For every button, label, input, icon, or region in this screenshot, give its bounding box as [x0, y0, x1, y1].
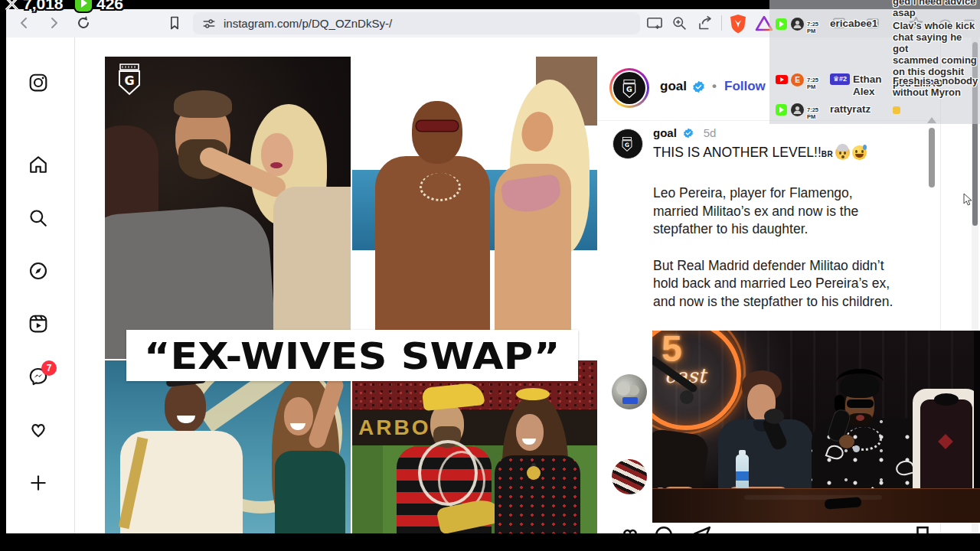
- caption-username[interactable]: goal: [653, 126, 677, 139]
- photo-top-right: [352, 57, 597, 359]
- address-bar[interactable]: instagram.com/p/DQ_OZnDkSy-/: [193, 12, 640, 34]
- share-post-icon[interactable]: [692, 525, 712, 533]
- zoom-icon[interactable]: [671, 15, 688, 31]
- caption-meta: goal 5d: [653, 126, 929, 145]
- home-icon[interactable]: [28, 155, 48, 174]
- youtube-platform-icon: [776, 75, 788, 84]
- chat-emote: [893, 106, 900, 114]
- photo-bottom-right: ARBO: [352, 360, 597, 533]
- chat-username: rattyratz: [830, 103, 871, 115]
- chat-avatar: [791, 103, 804, 116]
- caption-paragraph-1: Leo Pereira, player for Flamengo, marrie…: [653, 184, 929, 239]
- bookmark-icon[interactable]: [167, 15, 182, 31]
- back-button[interactable]: [17, 15, 32, 31]
- cast-icon[interactable]: [646, 16, 663, 31]
- photo-top-left: G: [105, 57, 351, 359]
- notifications-icon[interactable]: [28, 419, 48, 439]
- comment-icon[interactable]: [654, 525, 674, 533]
- brave-shield-icon[interactable]: [729, 14, 747, 34]
- decor-guestB-headphone-band: [836, 369, 884, 396]
- like-icon[interactable]: [620, 525, 640, 533]
- decor-man-hair: [174, 90, 232, 118]
- post-media[interactable]: G: [105, 57, 597, 533]
- chat-username: Ethan Alex: [853, 73, 890, 98]
- chat-rank-badge: ♛#2: [830, 73, 850, 85]
- caption-title-text: THIS IS ANOTHER LEVEL!!: [653, 145, 822, 160]
- chat-avatar: [791, 18, 804, 31]
- messages-badge: 7: [41, 360, 57, 376]
- comment-avatar-1[interactable]: [612, 374, 647, 409]
- search-icon[interactable]: [28, 208, 48, 228]
- toolbar-separator: [721, 15, 722, 31]
- caption-verified-icon: [683, 128, 694, 139]
- chat-avatar-e: E: [791, 73, 804, 86]
- header-separator: •: [712, 79, 717, 94]
- decor-guestB-hand: [839, 435, 854, 448]
- decor-woman-face: [261, 133, 293, 176]
- kick-logo-icon: [75, 0, 92, 11]
- save-icon[interactable]: [913, 525, 933, 533]
- decor-guestA-mic-top: [764, 409, 784, 424]
- svg-text:G: G: [625, 142, 629, 148]
- chat-time: 7:25 PM: [807, 21, 818, 34]
- follow-button[interactable]: Follow: [724, 79, 766, 94]
- decor-woman3-dress: [275, 451, 345, 533]
- decor-man2-glasses: [416, 121, 458, 131]
- site-settings-icon[interactable]: [202, 17, 216, 31]
- decor-host-mic: [680, 390, 694, 404]
- mouse-cursor: [963, 193, 974, 207]
- caption-title: THIS IS ANOTHER LEVEL!!BR: [653, 145, 929, 168]
- create-icon[interactable]: [28, 473, 48, 493]
- kick-viewer-count: 426: [96, 0, 123, 13]
- chat-message-2: Fresh is a nobody without Myron: [893, 75, 978, 98]
- caption-body: goal 5d THIS IS ANOTHER LEVEL!!BR Leo Pe…: [653, 126, 929, 311]
- decor-table: [652, 488, 980, 523]
- instagram-logo-icon[interactable]: [28, 73, 48, 93]
- decor-woman4-face: [516, 414, 544, 451]
- svg-text:G: G: [124, 73, 134, 88]
- goal-watermark-logo: G: [116, 63, 143, 96]
- decor-water-bottle: [736, 455, 749, 493]
- screen: instagram.com/p/DQ_OZnDkSy-/: [0, 0, 980, 551]
- exploding-head-emoji: [835, 145, 850, 160]
- chat-partial-message: ged i need advice asap: [893, 0, 978, 18]
- decor-medal: [527, 466, 541, 480]
- crown-icon: ♛: [833, 75, 839, 83]
- explore-icon[interactable]: [28, 261, 48, 281]
- headline-text: “EX-WIVES SWAP”: [144, 334, 560, 377]
- avatar-gap: G: [612, 70, 647, 106]
- kick-platform-icon: [776, 18, 787, 30]
- decor-woman4-band: [516, 388, 550, 400]
- x-follower-count: 7,018: [23, 0, 64, 13]
- kick-platform-icon: [776, 104, 787, 116]
- decor-guestB-earcup: [835, 395, 844, 412]
- caption-title-suffix: BR: [822, 150, 833, 158]
- reload-button[interactable]: [75, 15, 92, 31]
- decor-man3-face: [165, 382, 206, 432]
- post-username[interactable]: goal: [660, 79, 687, 94]
- verified-badge-icon: [692, 80, 705, 93]
- reels-icon[interactable]: [28, 314, 48, 334]
- caption-timestamp: 5d: [704, 126, 717, 139]
- chat-time: 7:25 PM: [807, 77, 818, 90]
- caption-avatar[interactable]: G: [612, 129, 643, 159]
- forward-button[interactable]: [46, 15, 61, 31]
- decor-man2-chain: [420, 173, 461, 201]
- decor-guestB-mouth: [856, 415, 864, 421]
- comments-scrollbar[interactable]: [929, 128, 935, 187]
- decor-woman-lips: [270, 162, 283, 168]
- board-text: ARBO: [358, 416, 430, 440]
- chat-username: ericabee1: [830, 18, 877, 29]
- caption-paragraph-2: But Real Madrid defender Militao didn’t …: [653, 257, 929, 311]
- url-text[interactable]: instagram.com/p/DQ_OZnDkSy-/: [224, 17, 392, 30]
- chat-time: 7:25 PM: [807, 106, 818, 120]
- svg-text:G: G: [626, 85, 632, 93]
- post-avatar[interactable]: G: [609, 68, 649, 108]
- x-logo-icon: [5, 0, 20, 11]
- comment-avatar-2[interactable]: [612, 459, 647, 494]
- decor-man2-face: [412, 101, 462, 164]
- photo-bottom-left: [105, 360, 351, 533]
- share-icon[interactable]: [697, 15, 714, 31]
- video-overlay: 5 cast: [652, 331, 980, 523]
- decor-guestB-watch: [853, 445, 860, 452]
